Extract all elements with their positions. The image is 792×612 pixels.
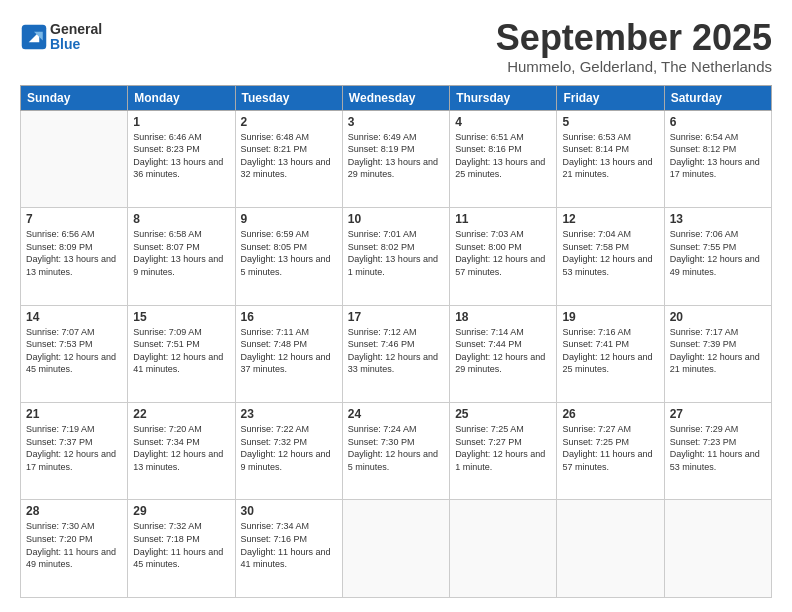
calendar-cell: 12Sunrise: 7:04 AMSunset: 7:58 PMDayligh… — [557, 208, 664, 305]
cell-info: Sunrise: 7:03 AMSunset: 8:00 PMDaylight:… — [455, 228, 551, 278]
col-header-friday: Friday — [557, 85, 664, 110]
week-row-1: 7Sunrise: 6:56 AMSunset: 8:09 PMDaylight… — [21, 208, 772, 305]
cell-info: Sunrise: 7:22 AMSunset: 7:32 PMDaylight:… — [241, 423, 337, 473]
cell-info: Sunrise: 7:27 AMSunset: 7:25 PMDaylight:… — [562, 423, 658, 473]
week-row-0: 1Sunrise: 6:46 AMSunset: 8:23 PMDaylight… — [21, 110, 772, 207]
day-number: 22 — [133, 407, 229, 421]
calendar-cell: 9Sunrise: 6:59 AMSunset: 8:05 PMDaylight… — [235, 208, 342, 305]
week-row-3: 21Sunrise: 7:19 AMSunset: 7:37 PMDayligh… — [21, 403, 772, 500]
day-number: 3 — [348, 115, 444, 129]
cell-info: Sunrise: 7:12 AMSunset: 7:46 PMDaylight:… — [348, 326, 444, 376]
cell-info: Sunrise: 7:06 AMSunset: 7:55 PMDaylight:… — [670, 228, 766, 278]
location-subtitle: Hummelo, Gelderland, The Netherlands — [496, 58, 772, 75]
calendar-cell — [557, 500, 664, 598]
cell-info: Sunrise: 6:51 AMSunset: 8:16 PMDaylight:… — [455, 131, 551, 181]
day-number: 4 — [455, 115, 551, 129]
calendar-cell: 2Sunrise: 6:48 AMSunset: 8:21 PMDaylight… — [235, 110, 342, 207]
cell-info: Sunrise: 7:29 AMSunset: 7:23 PMDaylight:… — [670, 423, 766, 473]
day-number: 25 — [455, 407, 551, 421]
calendar-cell: 22Sunrise: 7:20 AMSunset: 7:34 PMDayligh… — [128, 403, 235, 500]
calendar-cell: 27Sunrise: 7:29 AMSunset: 7:23 PMDayligh… — [664, 403, 771, 500]
calendar-cell — [342, 500, 449, 598]
cell-info: Sunrise: 7:16 AMSunset: 7:41 PMDaylight:… — [562, 326, 658, 376]
calendar-cell — [664, 500, 771, 598]
cell-info: Sunrise: 6:58 AMSunset: 8:07 PMDaylight:… — [133, 228, 229, 278]
day-number: 27 — [670, 407, 766, 421]
cell-info: Sunrise: 7:09 AMSunset: 7:51 PMDaylight:… — [133, 326, 229, 376]
cell-info: Sunrise: 7:04 AMSunset: 7:58 PMDaylight:… — [562, 228, 658, 278]
cell-info: Sunrise: 7:24 AMSunset: 7:30 PMDaylight:… — [348, 423, 444, 473]
calendar-header-row: SundayMondayTuesdayWednesdayThursdayFrid… — [21, 85, 772, 110]
day-number: 24 — [348, 407, 444, 421]
col-header-saturday: Saturday — [664, 85, 771, 110]
calendar-cell: 4Sunrise: 6:51 AMSunset: 8:16 PMDaylight… — [450, 110, 557, 207]
calendar-cell: 1Sunrise: 6:46 AMSunset: 8:23 PMDaylight… — [128, 110, 235, 207]
header: General Blue September 2025 Hummelo, Gel… — [20, 18, 772, 75]
calendar-cell — [450, 500, 557, 598]
col-header-tuesday: Tuesday — [235, 85, 342, 110]
week-row-4: 28Sunrise: 7:30 AMSunset: 7:20 PMDayligh… — [21, 500, 772, 598]
calendar-cell: 3Sunrise: 6:49 AMSunset: 8:19 PMDaylight… — [342, 110, 449, 207]
calendar-cell: 18Sunrise: 7:14 AMSunset: 7:44 PMDayligh… — [450, 305, 557, 402]
page: General Blue September 2025 Hummelo, Gel… — [0, 0, 792, 612]
day-number: 2 — [241, 115, 337, 129]
cell-info: Sunrise: 6:54 AMSunset: 8:12 PMDaylight:… — [670, 131, 766, 181]
title-block: September 2025 Hummelo, Gelderland, The … — [496, 18, 772, 75]
cell-info: Sunrise: 7:19 AMSunset: 7:37 PMDaylight:… — [26, 423, 122, 473]
calendar-cell: 5Sunrise: 6:53 AMSunset: 8:14 PMDaylight… — [557, 110, 664, 207]
calendar-cell — [21, 110, 128, 207]
day-number: 21 — [26, 407, 122, 421]
day-number: 17 — [348, 310, 444, 324]
logo-text: General Blue — [50, 22, 102, 53]
calendar-cell: 11Sunrise: 7:03 AMSunset: 8:00 PMDayligh… — [450, 208, 557, 305]
col-header-monday: Monday — [128, 85, 235, 110]
cell-info: Sunrise: 7:01 AMSunset: 8:02 PMDaylight:… — [348, 228, 444, 278]
cell-info: Sunrise: 6:56 AMSunset: 8:09 PMDaylight:… — [26, 228, 122, 278]
day-number: 18 — [455, 310, 551, 324]
calendar-table: SundayMondayTuesdayWednesdayThursdayFrid… — [20, 85, 772, 598]
calendar-cell: 23Sunrise: 7:22 AMSunset: 7:32 PMDayligh… — [235, 403, 342, 500]
calendar-cell: 21Sunrise: 7:19 AMSunset: 7:37 PMDayligh… — [21, 403, 128, 500]
cell-info: Sunrise: 6:49 AMSunset: 8:19 PMDaylight:… — [348, 131, 444, 181]
cell-info: Sunrise: 7:25 AMSunset: 7:27 PMDaylight:… — [455, 423, 551, 473]
cell-info: Sunrise: 6:53 AMSunset: 8:14 PMDaylight:… — [562, 131, 658, 181]
day-number: 8 — [133, 212, 229, 226]
calendar-cell: 26Sunrise: 7:27 AMSunset: 7:25 PMDayligh… — [557, 403, 664, 500]
day-number: 10 — [348, 212, 444, 226]
col-header-thursday: Thursday — [450, 85, 557, 110]
day-number: 19 — [562, 310, 658, 324]
day-number: 1 — [133, 115, 229, 129]
logo: General Blue — [20, 22, 102, 53]
calendar-cell: 14Sunrise: 7:07 AMSunset: 7:53 PMDayligh… — [21, 305, 128, 402]
day-number: 16 — [241, 310, 337, 324]
calendar-cell: 15Sunrise: 7:09 AMSunset: 7:51 PMDayligh… — [128, 305, 235, 402]
cell-info: Sunrise: 7:17 AMSunset: 7:39 PMDaylight:… — [670, 326, 766, 376]
calendar-cell: 13Sunrise: 7:06 AMSunset: 7:55 PMDayligh… — [664, 208, 771, 305]
calendar-cell: 29Sunrise: 7:32 AMSunset: 7:18 PMDayligh… — [128, 500, 235, 598]
day-number: 30 — [241, 504, 337, 518]
cell-info: Sunrise: 7:34 AMSunset: 7:16 PMDaylight:… — [241, 520, 337, 570]
month-title: September 2025 — [496, 18, 772, 58]
day-number: 15 — [133, 310, 229, 324]
day-number: 9 — [241, 212, 337, 226]
calendar-cell: 17Sunrise: 7:12 AMSunset: 7:46 PMDayligh… — [342, 305, 449, 402]
day-number: 20 — [670, 310, 766, 324]
calendar-cell: 28Sunrise: 7:30 AMSunset: 7:20 PMDayligh… — [21, 500, 128, 598]
day-number: 5 — [562, 115, 658, 129]
cell-info: Sunrise: 7:11 AMSunset: 7:48 PMDaylight:… — [241, 326, 337, 376]
calendar-cell: 24Sunrise: 7:24 AMSunset: 7:30 PMDayligh… — [342, 403, 449, 500]
cell-info: Sunrise: 7:30 AMSunset: 7:20 PMDaylight:… — [26, 520, 122, 570]
col-header-sunday: Sunday — [21, 85, 128, 110]
day-number: 6 — [670, 115, 766, 129]
day-number: 23 — [241, 407, 337, 421]
day-number: 7 — [26, 212, 122, 226]
calendar-cell: 30Sunrise: 7:34 AMSunset: 7:16 PMDayligh… — [235, 500, 342, 598]
calendar-cell: 6Sunrise: 6:54 AMSunset: 8:12 PMDaylight… — [664, 110, 771, 207]
calendar-cell: 20Sunrise: 7:17 AMSunset: 7:39 PMDayligh… — [664, 305, 771, 402]
day-number: 29 — [133, 504, 229, 518]
calendar-cell: 7Sunrise: 6:56 AMSunset: 8:09 PMDaylight… — [21, 208, 128, 305]
day-number: 14 — [26, 310, 122, 324]
week-row-2: 14Sunrise: 7:07 AMSunset: 7:53 PMDayligh… — [21, 305, 772, 402]
day-number: 12 — [562, 212, 658, 226]
calendar-cell: 25Sunrise: 7:25 AMSunset: 7:27 PMDayligh… — [450, 403, 557, 500]
